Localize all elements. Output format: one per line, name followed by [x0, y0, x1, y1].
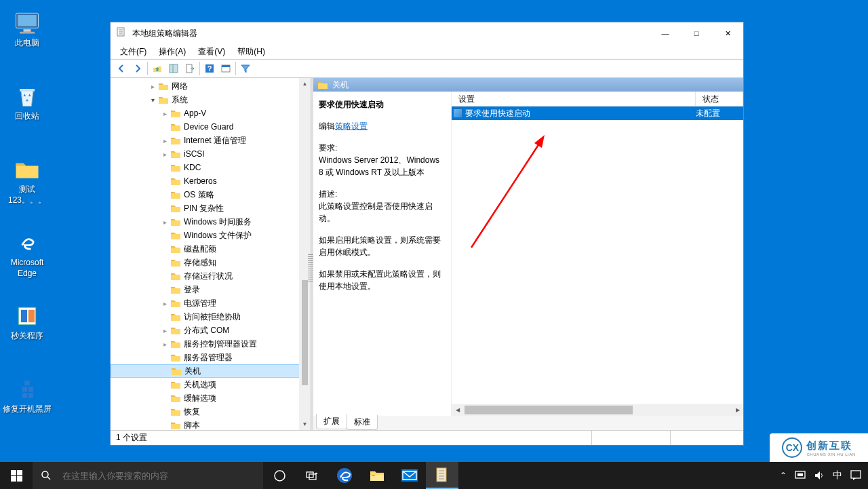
help-button[interactable]: ? — [201, 61, 218, 76]
properties-button[interactable] — [218, 61, 234, 76]
tree-item-windows-文件保护[interactable]: Windows 文件保护 — [111, 229, 300, 242]
list-row-fast-startup[interactable]: 要求使用快速启动 未配置 — [452, 106, 743, 120]
list-row-state: 未配置 — [696, 108, 743, 119]
description-pane: 要求使用快速启动 编辑策略设置 要求: Windows Server 2012、… — [313, 92, 452, 416]
desktop-icon-repair-boot[interactable]: 修复开机黑屏 — [1, 376, 53, 415]
watermark-main: 创新互联 — [806, 439, 855, 452]
up-button[interactable] — [149, 61, 165, 76]
maximize-button[interactable]: □ — [681, 23, 712, 43]
desktop-icon-edge[interactable]: Microsoft Edge — [1, 229, 53, 279]
tree-item-internet-通信管理[interactable]: ▸Internet 通信管理 — [111, 134, 300, 147]
export-button[interactable] — [182, 61, 198, 76]
tree-expand-icon[interactable]: ▸ — [159, 110, 170, 117]
tree-item-电源管理[interactable]: ▸电源管理 — [111, 296, 300, 310]
tree-item-服务器管理器[interactable]: 服务器管理器 — [111, 351, 300, 364]
tree-item-服务控制管理器设置[interactable]: ▸服务控制管理器设置 — [111, 337, 300, 351]
forward-button[interactable] — [130, 61, 146, 76]
menu-view[interactable]: 查看(V) — [193, 45, 231, 59]
tree-item-脚本[interactable]: 脚本 — [111, 418, 300, 430]
tree-item-登录[interactable]: 登录 — [111, 283, 300, 296]
scroll-thumb[interactable] — [465, 406, 633, 414]
scroll-right-button[interactable]: ▶ — [732, 404, 743, 416]
close-button[interactable]: ✕ — [712, 23, 743, 43]
tab-standard[interactable]: 标准 — [347, 415, 378, 430]
tree-expand-icon[interactable]: ▸ — [159, 340, 170, 348]
taskbar-explorer[interactable] — [361, 462, 393, 489]
tree-item-label: 服务器管理器 — [184, 352, 233, 364]
tree-expand-icon[interactable]: ▸ — [159, 327, 170, 334]
tree-item-分布式-com[interactable]: ▸分布式 COM — [111, 324, 300, 337]
tree-item-访问被拒绝协助[interactable]: 访问被拒绝协助 — [111, 310, 300, 324]
requirements-body: Windows Server 2012、Windows 8 或 Windows … — [319, 154, 446, 178]
cortana-button[interactable] — [263, 462, 296, 489]
taskbar-gpedit[interactable] — [426, 462, 458, 489]
menubar: 文件(F) 操作(A) 查看(V) 帮助(H) — [111, 44, 743, 59]
titlebar[interactable]: 本地组策略编辑器 — □ ✕ — [111, 22, 743, 44]
tray-volume-icon[interactable] — [814, 470, 825, 481]
tree-item-系统[interactable]: ▾系统 — [111, 93, 300, 106]
desktop-icon-shutdown-app[interactable]: 秒关程序 — [1, 302, 53, 342]
taskbar-mail[interactable] — [393, 462, 426, 489]
tab-extended[interactable]: 扩展 — [316, 414, 347, 429]
search-input[interactable] — [62, 471, 255, 481]
tree-item-label: 关机 — [184, 366, 201, 377]
tree-expand-icon[interactable]: ▸ — [147, 83, 158, 90]
edit-policy-link[interactable]: 策略设置 — [335, 121, 368, 131]
tree-item-kdc[interactable]: KDC — [111, 161, 300, 174]
desktop-icon-test-folder[interactable]: 测试123。。。 — [1, 156, 53, 206]
filter-button[interactable] — [237, 61, 254, 76]
tree-expand-icon[interactable]: ▸ — [159, 137, 170, 144]
list-hscrollbar[interactable]: ◀ ▶ — [452, 404, 743, 416]
tree-pane[interactable]: ▸网络▾系统▸App-VDevice Guard▸Internet 通信管理▸i… — [111, 78, 311, 430]
menu-file[interactable]: 文件(F) — [115, 45, 152, 59]
tree-item-windows-时间服务[interactable]: ▸Windows 时间服务 — [111, 215, 300, 229]
tree-expand-icon[interactable]: ▾ — [147, 96, 158, 104]
tree-item-iscsi[interactable]: ▸iSCSI — [111, 147, 300, 161]
tree-item-label: iSCSI — [184, 149, 205, 159]
desktop-icon-recycle-bin[interactable]: 回收站 — [1, 83, 53, 122]
tree-item-pin-复杂性[interactable]: PIN 复杂性 — [111, 201, 300, 215]
tree-expand-icon[interactable]: ▸ — [159, 218, 170, 226]
tray-notifications-icon[interactable] — [850, 470, 863, 481]
desktop-icon-this-pc[interactable]: 此电脑 — [1, 9, 53, 49]
scroll-thumb[interactable] — [302, 280, 308, 385]
tree-item-磁盘配额[interactable]: 磁盘配额 — [111, 242, 300, 256]
tray-ime[interactable]: 中 — [833, 469, 842, 482]
tree-item-kerberos[interactable]: Kerberos — [111, 174, 300, 188]
tree-item-关机选项[interactable]: 关机选项 — [111, 378, 300, 391]
show-hide-tree-button[interactable] — [165, 61, 182, 76]
task-view-button[interactable] — [296, 462, 328, 489]
tree-item-os-策略[interactable]: OS 策略 — [111, 188, 300, 201]
column-state[interactable]: 状态 — [696, 92, 743, 106]
tree-item-label: 分布式 COM — [184, 325, 229, 336]
tree-item-网络[interactable]: ▸网络 — [111, 79, 300, 93]
tree-item-app-v[interactable]: ▸App-V — [111, 106, 300, 120]
taskbar-search[interactable] — [33, 462, 263, 489]
minimize-button[interactable]: — — [650, 23, 681, 43]
tree-expand-icon[interactable]: ▸ — [159, 151, 170, 158]
tree-item-存储运行状况[interactable]: 存储运行状况 — [111, 269, 300, 283]
scroll-up-button[interactable]: ▲ — [299, 78, 311, 90]
tree-item-存储感知[interactable]: 存储感知 — [111, 256, 300, 269]
scroll-down-button[interactable]: ▼ — [299, 418, 311, 430]
gpedit-window: 本地组策略编辑器 — □ ✕ 文件(F) 操作(A) 查看(V) 帮助(H) ?… — [110, 22, 744, 446]
tree-expand-icon[interactable]: ▸ — [159, 300, 170, 307]
back-button[interactable] — [113, 61, 130, 76]
tree-item-device-guard[interactable]: Device Guard — [111, 120, 300, 134]
tray-display-icon[interactable] — [795, 470, 806, 481]
scroll-left-button[interactable]: ◀ — [452, 404, 463, 416]
menu-help[interactable]: 帮助(H) — [232, 45, 271, 59]
view-tabs: 扩展 标准 — [313, 416, 743, 430]
tree-item-缓解选项[interactable]: 缓解选项 — [111, 391, 300, 405]
menu-action[interactable]: 操作(A) — [153, 45, 191, 59]
taskbar-edge[interactable] — [328, 462, 361, 489]
folder-icon — [12, 156, 42, 183]
column-setting[interactable]: 设置 — [452, 92, 696, 106]
start-button[interactable] — [0, 462, 33, 489]
svg-rect-9 — [22, 387, 27, 391]
tray-chevron-icon[interactable]: ⌃ — [780, 471, 787, 480]
splitter-handle[interactable] — [308, 254, 313, 281]
tree-item-关机[interactable]: 关机 — [111, 364, 300, 378]
tree-item-恢复[interactable]: 恢复 — [111, 405, 300, 418]
list-header[interactable]: 设置 状态 — [452, 92, 743, 106]
